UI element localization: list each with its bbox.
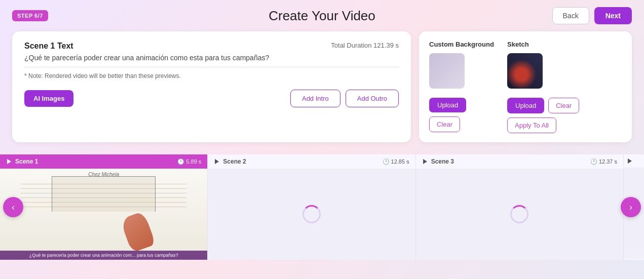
right-panel-cols: Custom Background Upload Clear Sketch [429,41,622,133]
hand-shape [120,211,156,253]
scene-card-1: Scene 1 🕐 5.89 s Chez Michela [0,154,208,260]
custom-bg-section: Custom Background Upload Clear [429,41,495,133]
scene-1-label: Scene 1 [6,158,38,165]
scene-2-label: Scene 2 [214,158,246,165]
note-text: * Note: Rendered video will be better th… [24,72,399,79]
scene-1-preview: Chez Michela [0,169,207,260]
play-icon [627,158,633,164]
sketch-bg: Chez Michela [0,169,207,260]
custom-bg-thumbnail [429,53,465,89]
scene-2-header: Scene 2 🕐 12.85 s [208,154,415,169]
scene-1-duration: 🕐 5.89 s [177,158,201,165]
divider [24,67,399,67]
panel-header-row: Scene 1 Text Total Duration 121.39 s [24,42,399,51]
svg-marker-3 [628,158,632,164]
scene-2-duration: 🕐 12.85 s [383,158,409,165]
scene-title: Scene 1 Text [24,42,73,51]
apply-to-all-button[interactable]: Apply To All [507,117,556,133]
right-panel: Custom Background Upload Clear Sketch [419,31,632,142]
sketch-clear-button[interactable]: Clear [548,98,579,113]
scene-1-header: Scene 1 🕐 5.89 s [0,154,207,169]
scene-3-header: Scene 3 🕐 12.37 s [416,154,623,169]
header: STEP 6/7 Create Your Video Back Next [0,0,644,31]
scene-3-duration: 🕐 12.37 s [590,158,617,165]
scene-1-caption: ¿Qué te parecería poder crear una animac… [0,251,207,260]
scene-4-header [624,154,644,168]
play-icon [214,158,220,165]
scene-card-2: Scene 2 🕐 12.85 s [208,154,415,260]
scene-3-label: Scene 3 [422,158,454,165]
sketch-upload-button[interactable]: Upload [507,98,544,113]
ai-images-button[interactable]: AI Images [24,90,73,107]
add-intro-button[interactable]: Add Intro [290,90,340,107]
sketch-buttons: Upload Clear Apply To All [507,98,622,133]
scene-card-3: Scene 3 🕐 12.37 s [416,154,624,260]
main-content: Scene 1 Text Total Duration 121.39 s ¿Qu… [0,31,644,150]
sketch-thumbnail-wrap [507,53,622,89]
custom-bg-thumbnail-wrap [429,53,495,89]
add-outro-button[interactable]: Add Outro [346,90,399,107]
scene-3-spinner [510,205,528,223]
prev-scene-button[interactable]: ‹ [3,197,23,217]
scene-2-spinner [302,205,321,223]
scenes-wrapper: ‹ Scene 1 🕐 5.89 s Chez Michela [0,154,644,260]
custom-bg-clear-button[interactable]: Clear [429,116,460,132]
svg-marker-2 [423,159,427,164]
sketch-thumbnail [507,53,543,89]
sketch-section: Sketch Upload Clear Apply To All [507,41,622,133]
left-panel-footer: AI Images Add Intro Add Outro [24,90,399,107]
total-duration: Total Duration 121.39 s [331,42,399,49]
play-icon [6,158,12,165]
page-title: Create Your Video [269,8,375,24]
scene-text: ¿Qué te parecería poder crear una animac… [24,54,399,62]
play-icon [422,158,428,165]
scenes-strip: Scene 1 🕐 5.89 s Chez Michela [0,154,644,260]
sketch-thumb-inner [507,53,543,89]
svg-marker-1 [215,159,219,164]
sketch-building [52,176,156,212]
custom-bg-buttons: Upload Clear [429,98,495,132]
sketch-label: Sketch [507,41,622,48]
scene-2-content [208,169,415,260]
next-button[interactable]: Next [594,7,632,24]
add-buttons: Add Intro Add Outro [290,90,399,107]
custom-bg-upload-button[interactable]: Upload [429,98,466,112]
back-button[interactable]: Back [552,7,589,24]
custom-bg-label: Custom Background [429,41,495,48]
header-actions: Back Next [552,7,632,24]
hand-overlay [125,214,156,255]
scene-3-content [416,169,623,260]
scene-4-label [627,158,633,164]
next-scene-button[interactable]: › [621,197,641,217]
left-panel: Scene 1 Text Total Duration 121.39 s ¿Qu… [12,31,411,142]
svg-marker-0 [7,159,11,164]
step-badge: STEP 6/7 [12,10,48,21]
scene-1-content[interactable]: Chez Michela [0,169,207,260]
